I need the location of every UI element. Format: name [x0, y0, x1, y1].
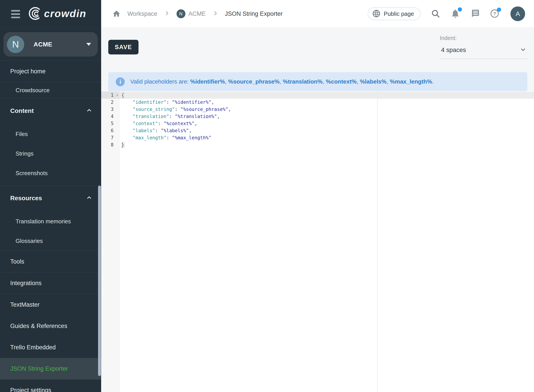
user-avatar[interactable]: A [511, 6, 525, 21]
svg-text:?: ? [493, 11, 496, 16]
sidebar-item-content[interactable]: Content [0, 101, 101, 121]
sidebar-item-screenshots[interactable]: Screenshots [0, 163, 101, 183]
editor-ruler [377, 91, 378, 392]
code-line[interactable]: 8} [101, 141, 534, 149]
code-line[interactable]: 3 "source_string": "%source_phrase%", [101, 106, 534, 113]
sidebar-item-resources[interactable]: Resources [0, 188, 101, 208]
chevron-down-icon [520, 46, 526, 54]
sidebar-item-project-home[interactable]: Project home [0, 61, 101, 82]
breadcrumb: Workspace N ACME JSON String Exporter [112, 9, 283, 18]
token-ws [121, 100, 133, 105]
main-area: Workspace N ACME JSON String Exporter [101, 0, 534, 392]
code-text[interactable]: "labels": "%labels%", [119, 127, 534, 134]
breadcrumb-project[interactable]: N ACME [177, 9, 206, 18]
line-number: 1▾ [101, 92, 119, 99]
sidebar: crowdin N ACME Project homeCrowdsourceCo… [0, 0, 101, 392]
messages-button[interactable] [470, 9, 480, 19]
token-key: "identifier" [133, 100, 167, 105]
line-number: 5 [101, 120, 119, 127]
sidebar-item-label: TextMaster [10, 301, 40, 308]
token-punct: , [211, 100, 214, 105]
sidebar-item-label: Tools [10, 258, 24, 265]
save-button[interactable]: SAVE [108, 40, 139, 54]
sidebar-item-label: Glossaries [16, 238, 43, 244]
token-str: "%max_length%" [172, 135, 211, 140]
public-page-label: Public page [384, 10, 414, 17]
chat-icon [470, 9, 480, 19]
code-line[interactable]: 6 "labels": "%labels%", [101, 127, 534, 134]
token-str: "%source_phrase%" [181, 107, 228, 112]
token-key: "labels" [133, 128, 155, 133]
sidebar-item-json-string-exporter[interactable]: JSON String Exporter [0, 358, 101, 379]
code-line[interactable]: 5 "context": "%context%", [101, 120, 534, 127]
code-text[interactable]: "max_length": "%max_length%" [119, 134, 534, 141]
search-icon [431, 9, 440, 19]
token-key: "source_string" [133, 107, 175, 112]
token-str: "%identifier%" [172, 100, 211, 105]
line-number: 7 [101, 134, 119, 141]
sidebar-item-label: Strings [16, 150, 33, 157]
code-line[interactable]: 1▾{ [101, 92, 534, 99]
home-icon[interactable] [112, 9, 121, 18]
chevron-up-icon [86, 194, 92, 202]
sidebar-item-project-settings[interactable]: Project settings [0, 380, 101, 392]
sidebar-item-glossaries[interactable]: Glossaries [0, 231, 101, 251]
code-line[interactable]: 7 "max_length": "%max_length%" [101, 134, 534, 141]
sidebar-item-trello-embedded[interactable]: Trello Embedded [0, 337, 101, 358]
indent-value: 4 spaces [441, 47, 466, 54]
sidebar-item-files[interactable]: Files [0, 124, 101, 144]
line-number: 8 [101, 141, 119, 149]
token-ws [121, 114, 133, 119]
globe-icon [372, 9, 381, 19]
sidebar-item-label: Integrations [10, 280, 42, 287]
topbar-actions: Public page [368, 6, 525, 21]
info-banner-text: Valid placeholders are: %identifier%, %s… [130, 78, 434, 85]
code-text[interactable]: "identifier": "%identifier%", [119, 99, 534, 106]
sidebar-scrollbar-thumb[interactable] [98, 186, 101, 376]
token-key: "translation" [133, 114, 169, 119]
sidebar-item-tools[interactable]: Tools [0, 251, 101, 272]
fold-arrow-icon[interactable]: ▾ [116, 92, 118, 99]
sidebar-header: crowdin [0, 0, 101, 28]
code-line[interactable]: 4 "translation": "%translation%", [101, 113, 534, 120]
line-number: 6 [101, 127, 119, 134]
sidebar-item-textmaster[interactable]: TextMaster [0, 294, 101, 315]
token-punct: , [228, 107, 231, 112]
code-editor[interactable]: 1▾{2 "identifier": "%identifier%",3 "sou… [101, 91, 534, 392]
token-bracket: } [121, 142, 124, 148]
sidebar-item-label: Files [16, 131, 28, 138]
sidebar-item-guides-references[interactable]: Guides & References [0, 315, 101, 337]
sidebar-item-strings[interactable]: Strings [0, 144, 101, 163]
project-selector[interactable]: N ACME [4, 32, 98, 56]
sidebar-item-integrations[interactable]: Integrations [0, 272, 101, 294]
breadcrumb-workspace[interactable]: Workspace [127, 10, 157, 17]
sidebar-divider [0, 98, 101, 98]
hamburger-menu-button[interactable] [11, 10, 20, 18]
sidebar-item-label: Screenshots [16, 170, 48, 177]
public-page-button[interactable]: Public page [368, 7, 421, 20]
indent-control: Indent: 4 spaces [440, 35, 527, 59]
project-badge: N [177, 9, 185, 18]
project-avatar: N [7, 36, 24, 53]
line-number: 3 [101, 106, 119, 113]
code-text[interactable]: } [119, 141, 534, 149]
code-text[interactable]: { [119, 92, 534, 99]
sidebar-item-crowdsource[interactable]: Crowdsource [0, 82, 101, 98]
token-bracket: { [121, 93, 124, 98]
crowdin-logo[interactable]: crowdin [28, 7, 86, 21]
code-line[interactable]: 2 "identifier": "%identifier%", [101, 99, 534, 106]
info-banner: i Valid placeholders are: %identifier%, … [108, 72, 527, 91]
code-text[interactable]: "translation": "%translation%", [119, 113, 534, 120]
sidebar-item-label: Project settings [10, 387, 51, 392]
token-punct: : [175, 107, 180, 112]
indent-select[interactable]: 4 spaces [440, 45, 527, 59]
search-button[interactable] [431, 9, 440, 19]
code-text[interactable]: "context": "%context%", [119, 120, 534, 127]
caret-down-icon [86, 43, 91, 46]
sidebar-item-label: Project home [10, 68, 46, 75]
sidebar-item-translation-memories[interactable]: Translation memories [0, 212, 101, 231]
code-text[interactable]: "source_string": "%source_phrase%", [119, 106, 534, 113]
help-button[interactable]: ? [490, 9, 499, 19]
notifications-button[interactable] [450, 9, 460, 19]
token-ws [121, 135, 133, 140]
